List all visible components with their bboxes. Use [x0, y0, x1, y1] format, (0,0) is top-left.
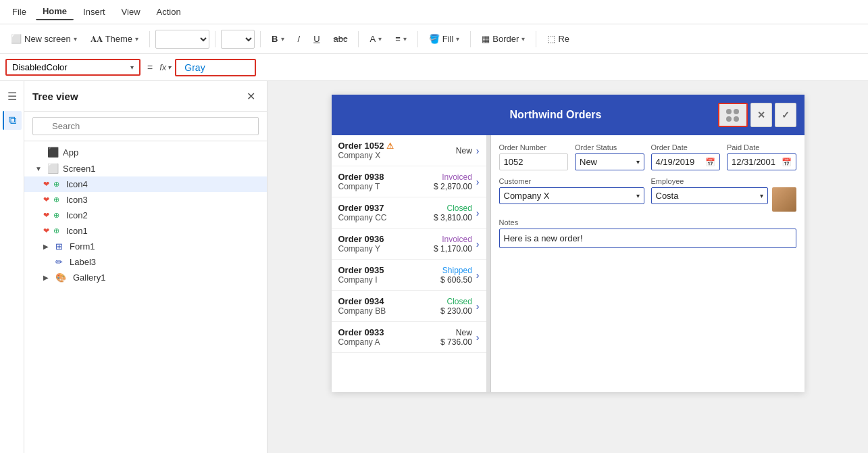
tree-item-gallery1[interactable]: ▶ 🎨 Gallery1 — [24, 270, 267, 285]
tree-content: ⬛ App ▼ ⬜ Screen1 ❤ ⊕ Icon4 ❤ ⊕ Icon3 — [24, 141, 267, 453]
icon4-status-icon: ❤ — [43, 180, 49, 189]
notes-input[interactable]: Here is a new order! — [499, 229, 796, 248]
order-number-input[interactable]: 1052 — [499, 153, 569, 170]
canvas-area: Northwind Orders ✕ — [267, 81, 868, 453]
label3-icon: ✏ — [55, 257, 63, 267]
employee-select[interactable]: Costa ▾ — [651, 187, 768, 204]
tree-item-icon2[interactable]: ❤ ⊕ Icon2 — [24, 208, 267, 223]
tree-item-form1[interactable]: ▶ ⊞ Form1 — [24, 239, 267, 254]
paid-date-input[interactable]: 12/31/2001 📅 — [727, 153, 796, 170]
detail-row-2: Customer Company X ▾ Employee — [499, 177, 796, 212]
order-status-select[interactable]: New ▾ — [575, 153, 644, 170]
re-icon: ⬚ — [547, 34, 555, 44]
theme-icon: 𝐀𝐀 — [91, 34, 103, 45]
border-button[interactable]: ▦ Border ▾ — [476, 31, 530, 47]
icon1-add-icon: ⊕ — [53, 226, 59, 235]
order-item-0936[interactable]: Order 0936 Company Y Invoiced $ 1,170.00… — [332, 229, 486, 260]
header-check-button[interactable]: ✓ — [775, 103, 796, 127]
menu-action[interactable]: Action — [150, 4, 188, 20]
order-1052-info: Order 1052 ⚠ Company X — [338, 141, 456, 160]
gallery1-icon: 🎨 — [55, 272, 66, 283]
fill-icon: 🪣 — [429, 34, 440, 44]
formula-name-field[interactable]: DisabledColor ▾ — [5, 59, 141, 76]
border-icon: ▦ — [482, 34, 490, 44]
formula-value-field[interactable]: Gray — [175, 59, 256, 76]
order-item-0938[interactable]: Order 0938 Company T Invoiced $ 2,870.00… — [332, 166, 486, 197]
order-item-0935[interactable]: Order 0935 Company I Shipped $ 606.50 › — [332, 260, 486, 291]
bold-button[interactable]: B ▾ — [266, 31, 289, 47]
font-size-select[interactable] — [221, 30, 255, 49]
employee-dropdown-icon: ▾ — [760, 192, 763, 199]
hamburger-menu-icon[interactable]: ☰ — [3, 87, 22, 105]
header-controls: ✕ ✓ — [718, 103, 796, 127]
order-0934-info: Order 0934 Company BB — [338, 296, 441, 316]
notes-field: Notes Here is a new order! — [499, 218, 796, 248]
align-arrow-icon: ▾ — [403, 35, 407, 43]
theme-button[interactable]: 𝐀𝐀 Theme ▾ — [85, 31, 144, 47]
form1-expand-icon: ▶ — [43, 243, 51, 250]
new-screen-button[interactable]: ⬜ New screen ▾ — [5, 31, 82, 47]
employee-row: Costa ▾ — [651, 187, 796, 212]
tree-close-button[interactable]: ✕ — [242, 88, 259, 104]
search-wrapper: 🔍 — [32, 117, 259, 135]
icon-grid-button[interactable] — [718, 103, 748, 127]
tree-item-icon4[interactable]: ❤ ⊕ Icon4 — [24, 176, 267, 192]
tree-item-app[interactable]: ⬛ App — [24, 144, 267, 160]
left-toggle-bar: ☰ ⧉ — [0, 81, 24, 453]
tree-search-area: 🔍 — [24, 112, 267, 141]
formula-fx-button[interactable]: fx ▾ — [159, 62, 171, 72]
employee-avatar — [772, 187, 796, 212]
menu-view[interactable]: View — [115, 4, 147, 20]
layers-icon[interactable]: ⧉ — [3, 111, 22, 130]
order-item-0937[interactable]: Order 0937 Company CC Closed $ 3,810.00 … — [332, 197, 486, 229]
order-status-field: Order Status New ▾ — [575, 143, 644, 170]
customer-select[interactable]: Company X ▾ — [499, 187, 644, 204]
order-detail: Order Number 1052 Order Status New ▾ — [491, 135, 805, 392]
detail-row-1: Order Number 1052 Order Status New ▾ — [499, 143, 796, 170]
tree-item-icon3[interactable]: ❤ ⊕ Icon3 — [24, 192, 267, 208]
menu-home[interactable]: Home — [36, 3, 74, 20]
order-0933-arrow-icon: › — [476, 332, 480, 343]
app-header: Northwind Orders ✕ — [332, 95, 805, 135]
bold-arrow-icon: ▾ — [281, 35, 284, 43]
font-family-select[interactable] — [155, 30, 209, 49]
order-date-calendar-icon[interactable]: 📅 — [705, 158, 715, 167]
toolbar-sep-3 — [260, 31, 261, 47]
underline-button[interactable]: U — [308, 31, 325, 47]
menu-file[interactable]: File — [5, 4, 33, 20]
tree-title: Tree view — [32, 91, 78, 102]
align-button[interactable]: ≡ ▾ — [390, 31, 412, 47]
new-screen-icon: ⬜ — [11, 34, 22, 44]
re-button[interactable]: ⬚ Re — [542, 31, 575, 47]
employee-container: Employee Costa ▾ — [651, 177, 796, 212]
tree-header: Tree view ✕ — [24, 81, 267, 112]
italic-button[interactable]: / — [292, 31, 306, 47]
search-input[interactable] — [32, 117, 259, 135]
formula-name-arrow-icon: ▾ — [130, 64, 134, 71]
app-icon: ⬛ — [47, 147, 59, 158]
icon2-add-icon: ⊕ — [53, 211, 59, 220]
order-date-field: Order Date 4/19/2019 📅 — [651, 143, 721, 170]
tree-item-label3[interactable]: ✏ Label3 — [24, 254, 267, 270]
order-item-1052[interactable]: Order 1052 ⚠ Company X New › — [332, 135, 486, 166]
menu-insert[interactable]: Insert — [76, 4, 112, 20]
order-0938-info: Order 0938 Company T — [338, 172, 434, 191]
font-color-button[interactable]: A ▾ — [364, 31, 387, 47]
detail-row-3: Notes Here is a new order! — [499, 218, 796, 248]
formula-bar: DisabledColor ▾ = fx ▾ Gray — [0, 54, 868, 81]
screen-icon: ⬜ — [47, 163, 59, 174]
order-number-field: Order Number 1052 — [499, 143, 569, 170]
order-0937-info: Order 0937 Company CC — [338, 203, 434, 222]
tree-item-screen1[interactable]: ▼ ⬜ Screen1 — [24, 160, 267, 176]
strikethrough-button[interactable]: abc — [328, 31, 353, 47]
tree-item-icon1[interactable]: ❤ ⊕ Icon1 — [24, 223, 267, 239]
paid-date-calendar-icon[interactable]: 📅 — [782, 158, 792, 167]
header-close-button[interactable]: ✕ — [750, 103, 772, 127]
order-date-input[interactable]: 4/19/2019 📅 — [651, 153, 721, 170]
gallery1-expand-icon: ▶ — [43, 274, 51, 281]
order-0936-info: Order 0936 Company Y — [338, 234, 434, 254]
order-item-0933[interactable]: Order 0933 Company A New $ 736.00 › — [332, 322, 486, 353]
order-item-0934[interactable]: Order 0934 Company BB Closed $ 230.00 › — [332, 291, 486, 322]
screen1-expand-icon: ▼ — [35, 165, 43, 172]
fill-button[interactable]: 🪣 Fill ▾ — [424, 31, 465, 47]
